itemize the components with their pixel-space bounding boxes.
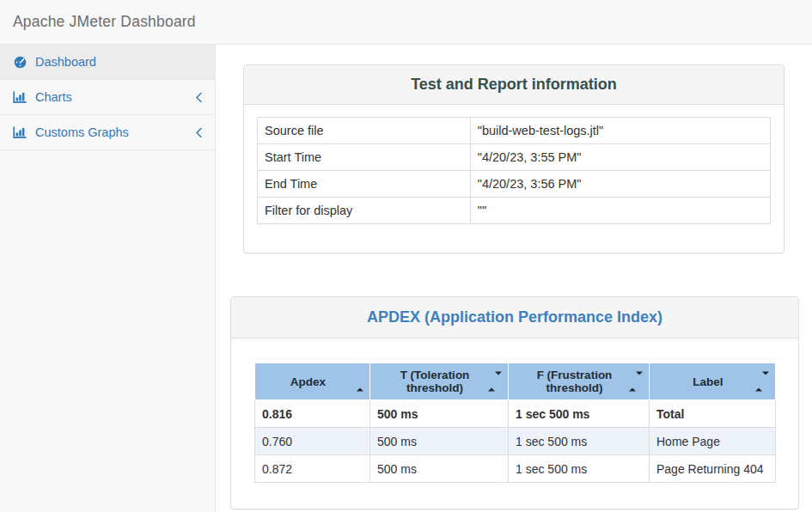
row-label: Source file xyxy=(258,118,471,144)
apdex-table: Apdex T (Toleration threshold) F (Frustr… xyxy=(254,363,776,483)
column-header-label[interactable]: Label xyxy=(650,363,776,400)
row-label: End Time xyxy=(258,171,471,198)
table-row: End Time "4/20/23, 3:56 PM" xyxy=(258,171,771,198)
chevron-left-icon xyxy=(195,92,203,103)
toleration-value: 500 ms xyxy=(370,455,509,483)
row-value: "4/20/23, 3:55 PM" xyxy=(470,144,770,171)
sort-both-icon xyxy=(488,375,502,388)
apdex-row: 0.760 500 ms 1 sec 500 ms Home Page xyxy=(255,428,776,455)
apdex-row-total: 0.816 500 ms 1 sec 500 ms Total xyxy=(255,400,776,428)
panel-body: Apdex T (Toleration threshold) F (Frustr… xyxy=(231,338,798,509)
table-row: Start Time "4/20/23, 3:55 PM" xyxy=(258,144,771,171)
tachometer-icon xyxy=(13,55,27,69)
column-label: F (Frustration threshold) xyxy=(537,369,613,394)
sort-both-icon xyxy=(755,375,769,388)
table-row: Filter for display "" xyxy=(258,198,771,224)
column-label: Apdex xyxy=(290,375,326,388)
row-label: Filter for display xyxy=(258,198,471,224)
panel-title: APDEX (Application Performance Index) xyxy=(244,308,785,326)
panel-body: Source file "build-web-test-logs.jtl" St… xyxy=(244,105,784,253)
row-value: "build-web-test-logs.jtl" xyxy=(470,118,770,144)
sort-asc-icon xyxy=(357,375,363,388)
column-label: Label xyxy=(693,375,723,388)
column-label: T (Toleration threshold) xyxy=(400,369,470,394)
sidebar-item-customs-graphs[interactable]: Customs Graphs xyxy=(0,115,215,150)
row-value: "4/20/23, 3:56 PM" xyxy=(470,171,770,198)
label-value: Home Page xyxy=(650,428,776,455)
frustration-value: 1 sec 500 ms xyxy=(509,455,650,483)
sidebar-item-dashboard[interactable]: Dashboard xyxy=(0,45,215,80)
sidebar-item-label: Dashboard xyxy=(35,55,203,69)
apdex-row: 0.872 500 ms 1 sec 500 ms Page Returning… xyxy=(255,455,776,483)
app-header: Apache JMeter Dashboard xyxy=(0,0,812,45)
label-value: Page Returning 404 xyxy=(650,455,776,483)
table-row: Source file "build-web-test-logs.jtl" xyxy=(258,118,771,144)
toleration-value: 500 ms xyxy=(370,400,509,428)
toleration-value: 500 ms xyxy=(370,428,509,455)
test-info-table: Source file "build-web-test-logs.jtl" St… xyxy=(257,117,771,224)
sidebar: Dashboard Charts Customs Graphs xyxy=(0,45,216,512)
column-header-frustration[interactable]: F (Frustration threshold) xyxy=(509,363,650,400)
apdex-value: 0.760 xyxy=(255,428,370,455)
app-title: Apache JMeter Dashboard xyxy=(0,13,196,31)
panel-heading: APDEX (Application Performance Index) xyxy=(231,297,798,338)
column-header-toleration[interactable]: T (Toleration threshold) xyxy=(370,363,509,400)
frustration-value: 1 sec 500 ms xyxy=(509,428,650,455)
apdex-value: 0.816 xyxy=(255,400,370,428)
column-header-apdex[interactable]: Apdex xyxy=(255,363,370,400)
sidebar-item-label: Customs Graphs xyxy=(35,125,195,139)
chevron-left-icon xyxy=(195,127,203,138)
sidebar-item-label: Charts xyxy=(35,90,195,104)
frustration-value: 1 sec 500 ms xyxy=(509,400,650,428)
label-value: Total xyxy=(650,400,776,428)
row-label: Start Time xyxy=(258,144,471,171)
row-value: "" xyxy=(470,198,770,224)
apdex-header-row: Apdex T (Toleration threshold) F (Frustr… xyxy=(255,363,776,400)
sort-both-icon xyxy=(629,375,643,388)
panel-heading: Test and Report information xyxy=(244,65,784,105)
main-content: Test and Report information Source file … xyxy=(216,45,812,512)
panel-title: Test and Report information xyxy=(257,76,771,94)
bar-chart-icon xyxy=(13,125,27,139)
sidebar-item-charts[interactable]: Charts xyxy=(0,80,215,115)
panel-apdex: APDEX (Application Performance Index) Ap… xyxy=(230,296,799,509)
panel-test-info: Test and Report information Source file … xyxy=(243,64,785,253)
apdex-value: 0.872 xyxy=(255,455,370,483)
bar-chart-icon xyxy=(13,90,27,104)
